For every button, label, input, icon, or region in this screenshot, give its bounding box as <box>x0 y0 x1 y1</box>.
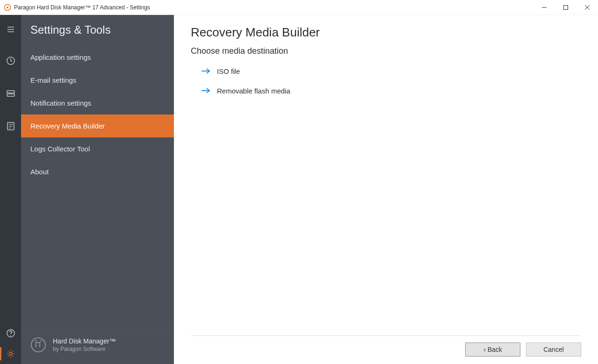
option-iso-file[interactable]: ISO file <box>201 66 581 76</box>
arrow-right-icon <box>201 66 210 76</box>
help-icon[interactable] <box>0 323 21 343</box>
window-title: Paragon Hard Disk Manager™ 17 Advanced -… <box>14 4 150 11</box>
sidebar: Settings & Tools Application settings E-… <box>21 15 174 364</box>
sidebar-item-logs-collector-tool[interactable]: Logs Collector Tool <box>21 137 174 160</box>
sidebar-item-about[interactable]: About <box>21 160 174 183</box>
svg-point-18 <box>9 352 12 355</box>
sidebar-item-email-settings[interactable]: E-mail settings <box>21 69 174 92</box>
titlebar: Paragon Hard Disk Manager™ 17 Advanced -… <box>0 0 598 15</box>
page-title: Recovery Media Builder <box>191 25 581 40</box>
svg-rect-3 <box>564 6 568 10</box>
option-label: ISO file <box>217 67 240 75</box>
svg-point-19 <box>31 338 45 352</box>
product-by: by Paragon Software <box>53 346 116 352</box>
svg-rect-10 <box>7 91 14 93</box>
settings-icon[interactable] <box>0 343 21 364</box>
history-icon[interactable] <box>0 50 21 71</box>
content-area: Recovery Media Builder Choose media dest… <box>174 15 598 364</box>
sidebar-title: Settings & Tools <box>21 15 174 46</box>
app-body: Settings & Tools Application settings E-… <box>0 15 598 364</box>
svg-point-17 <box>10 335 11 336</box>
sidebar-footer: Hard Disk Manager™ by Paragon Software <box>21 328 174 364</box>
options-list: ISO file Removable flash media <box>191 66 581 95</box>
cancel-button[interactable]: Cancel <box>526 343 581 357</box>
option-label: Removable flash media <box>217 87 290 95</box>
minimize-button[interactable] <box>533 0 555 15</box>
close-button[interactable] <box>576 0 598 15</box>
option-removable-flash-media[interactable]: Removable flash media <box>201 86 581 95</box>
maximize-button[interactable] <box>555 0 576 15</box>
titlebar-left: Paragon Hard Disk Manager™ 17 Advanced -… <box>4 4 150 11</box>
sidebar-item-notification-settings[interactable]: Notification settings <box>21 92 174 114</box>
sidebar-item-application-settings[interactable]: Application settings <box>21 46 174 69</box>
svg-rect-11 <box>7 94 14 96</box>
reports-icon[interactable] <box>0 116 21 136</box>
arrow-right-icon <box>201 86 210 95</box>
icon-rail <box>0 15 21 364</box>
app-icon <box>4 4 11 11</box>
sidebar-item-recovery-media-builder[interactable]: Recovery Media Builder <box>21 114 174 137</box>
footer-buttons: ‹ Back Cancel <box>191 335 581 364</box>
product-name: Hard Disk Manager™ <box>53 337 116 345</box>
drives-icon[interactable] <box>0 83 21 104</box>
page-subtitle: Choose media destination <box>191 46 581 56</box>
product-icon <box>30 337 46 353</box>
hamburger-icon[interactable] <box>0 21 21 38</box>
svg-point-1 <box>7 7 8 8</box>
back-button[interactable]: ‹ Back <box>465 343 520 357</box>
window-controls <box>533 0 598 14</box>
